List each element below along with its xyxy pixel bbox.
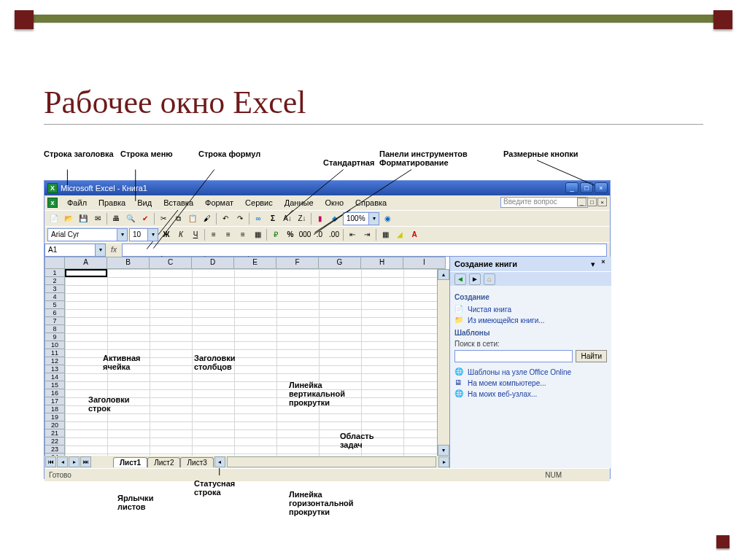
- row-header[interactable]: 9: [44, 333, 65, 341]
- autosum-icon[interactable]: Σ: [266, 212, 279, 225]
- font-combo[interactable]: Arial Cyr▾: [47, 228, 128, 241]
- column-header[interactable]: E: [234, 257, 276, 269]
- menu-insert[interactable]: Вставка: [158, 197, 198, 209]
- format-painter-icon[interactable]: 🖌: [201, 212, 214, 225]
- doc-restore[interactable]: □: [587, 198, 597, 206]
- tab-prev-icon[interactable]: ◂: [57, 456, 68, 467]
- home-icon[interactable]: ⌂: [484, 273, 495, 285]
- row-header[interactable]: 14: [44, 373, 65, 381]
- align-center-icon[interactable]: ≡: [222, 228, 235, 241]
- back-icon[interactable]: ◄: [454, 273, 466, 285]
- row-header[interactable]: 10: [44, 341, 65, 349]
- indent-inc-icon[interactable]: ⇥: [360, 228, 374, 241]
- sheet-tab-2[interactable]: Лист2: [147, 457, 180, 467]
- link-office-online[interactable]: 🌐Шаблоны на узле Office Online: [454, 367, 607, 378]
- currency-icon[interactable]: ₽: [269, 228, 282, 241]
- doc-close[interactable]: ×: [597, 198, 607, 206]
- close-button[interactable]: ×: [595, 182, 608, 193]
- row-header[interactable]: 1: [44, 269, 65, 277]
- fx-label[interactable]: fx: [106, 246, 122, 254]
- row-header[interactable]: 20: [44, 421, 65, 429]
- maximize-button[interactable]: □: [580, 182, 593, 193]
- row-header[interactable]: 12: [44, 357, 65, 365]
- tab-next-icon[interactable]: ▸: [69, 456, 80, 467]
- row-header[interactable]: 4: [44, 293, 65, 301]
- row-header[interactable]: 23: [44, 446, 65, 454]
- hscroll-left-icon[interactable]: ◂: [214, 456, 225, 467]
- percent-icon[interactable]: %: [284, 228, 297, 241]
- print-icon[interactable]: 🖶: [109, 212, 123, 225]
- tab-first-icon[interactable]: ⏮: [45, 456, 56, 467]
- doc-minimize[interactable]: _: [577, 198, 587, 206]
- column-header[interactable]: G: [319, 257, 361, 269]
- horizontal-scrollbar[interactable]: [227, 456, 436, 467]
- sort-desc-icon[interactable]: Z↓: [295, 212, 309, 225]
- merge-icon[interactable]: ▦: [251, 228, 264, 241]
- new-icon[interactable]: 📄: [47, 212, 61, 225]
- row-header[interactable]: 19: [44, 413, 65, 421]
- indent-dec-icon[interactable]: ⇤: [346, 228, 359, 241]
- sheet-tab-1[interactable]: Лист1: [113, 457, 147, 467]
- ask-question-box[interactable]: Введите вопрос: [500, 197, 588, 208]
- align-left-icon[interactable]: ≡: [207, 228, 220, 241]
- scroll-down-icon[interactable]: ▾: [438, 445, 449, 456]
- inc-decimal-icon[interactable]: .0: [313, 228, 326, 241]
- active-cell[interactable]: [65, 269, 107, 277]
- sort-asc-icon[interactable]: A↓: [281, 212, 294, 225]
- link-my-computer[interactable]: 🖥На моем компьютере...: [454, 378, 607, 389]
- cut-icon[interactable]: ✂: [157, 212, 170, 225]
- preview-icon[interactable]: 🔍: [124, 212, 137, 225]
- hscroll-right-icon[interactable]: ▸: [438, 456, 449, 467]
- copy-icon[interactable]: ⧉: [171, 212, 185, 225]
- link-from-existing[interactable]: 📁Из имеющейся книги...: [454, 315, 607, 326]
- column-header[interactable]: A: [65, 257, 107, 269]
- row-header[interactable]: 13: [44, 365, 65, 373]
- menu-format[interactable]: Формат: [200, 197, 239, 209]
- dec-decimal-icon[interactable]: .00: [328, 228, 341, 241]
- size-combo[interactable]: 10▾: [129, 228, 158, 241]
- paste-icon[interactable]: 📋: [186, 212, 199, 225]
- row-header[interactable]: 21: [44, 429, 65, 438]
- row-header[interactable]: 2: [44, 277, 65, 285]
- name-box[interactable]: A1▾: [44, 244, 106, 257]
- forward-icon[interactable]: ►: [469, 273, 481, 285]
- menu-file[interactable]: Файл: [62, 197, 92, 209]
- redo-icon[interactable]: ↷: [233, 212, 247, 225]
- search-input[interactable]: [454, 350, 573, 362]
- row-header[interactable]: 8: [44, 325, 65, 333]
- menu-edit[interactable]: Правка: [93, 197, 131, 209]
- help-icon[interactable]: ◉: [381, 212, 394, 225]
- link-my-websites[interactable]: 🌐На моих веб-узлах...: [454, 389, 607, 400]
- borders-icon[interactable]: ▦: [379, 228, 392, 241]
- open-icon[interactable]: 📂: [62, 212, 75, 225]
- minimize-button[interactable]: _: [565, 182, 578, 193]
- formula-bar[interactable]: [122, 244, 607, 257]
- row-header[interactable]: 5: [44, 301, 65, 309]
- underline-icon[interactable]: Ч: [189, 228, 202, 241]
- menu-data[interactable]: Данные: [279, 197, 319, 209]
- menu-window[interactable]: Окно: [320, 197, 349, 209]
- align-right-icon[interactable]: ≡: [236, 228, 249, 241]
- scroll-up-icon[interactable]: ▴: [438, 269, 449, 280]
- fill-color-icon[interactable]: ◢: [393, 228, 406, 241]
- sheet-tab-3[interactable]: Лист3: [180, 457, 213, 467]
- row-header[interactable]: 6: [44, 309, 65, 317]
- menu-tools[interactable]: Сервис: [240, 197, 278, 209]
- drawing-icon[interactable]: ◆: [328, 212, 341, 225]
- link-blank-workbook[interactable]: 📄Чистая книга: [454, 304, 607, 315]
- doc-icon[interactable]: x: [47, 198, 58, 208]
- row-header[interactable]: 11: [44, 349, 65, 357]
- spellcheck-icon[interactable]: ✔: [139, 212, 152, 225]
- column-header[interactable]: D: [192, 257, 234, 269]
- mail-icon[interactable]: ✉: [91, 212, 104, 225]
- save-icon[interactable]: 💾: [77, 212, 90, 225]
- tab-last-icon[interactable]: ⏭: [80, 456, 91, 467]
- column-header[interactable]: B: [107, 257, 150, 269]
- zoom-combo[interactable]: 100%▾: [343, 212, 379, 225]
- bold-icon[interactable]: Ж: [160, 228, 173, 241]
- column-header[interactable]: C: [150, 257, 192, 269]
- thousands-icon[interactable]: 000: [298, 228, 311, 241]
- row-header[interactable]: 7: [44, 317, 65, 325]
- row-header[interactable]: 3: [44, 285, 65, 293]
- undo-icon[interactable]: ↶: [219, 212, 232, 225]
